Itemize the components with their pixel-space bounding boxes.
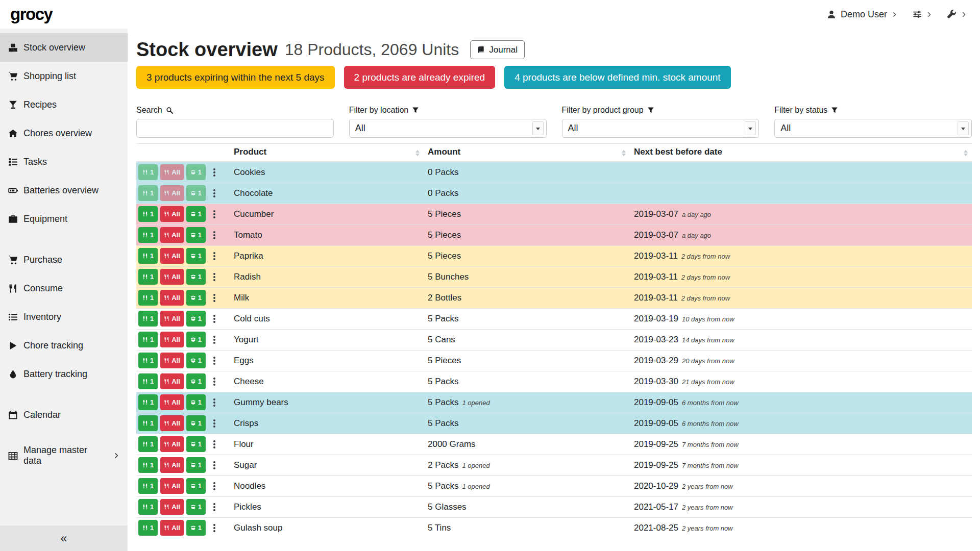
consume-all-button[interactable]: All [160,227,184,243]
consume-all-button[interactable]: All [160,206,184,222]
consume-one-button[interactable]: 1 [138,394,158,410]
row-menu-button[interactable] [210,227,219,243]
row-menu-button[interactable] [210,478,219,494]
consume-one-button[interactable]: 1 [138,373,158,389]
consume-all-button[interactable]: All [160,290,184,306]
consume-all-button[interactable]: All [160,248,184,264]
consume-all-button[interactable]: All [160,436,184,452]
open-one-button[interactable]: 1 [186,373,206,389]
sidebar-item-battery-tracking[interactable]: Battery tracking [0,360,128,388]
open-one-button[interactable]: 1 [186,206,206,222]
below-min-stock-alert[interactable]: 4 products are below defined min. stock … [504,66,730,89]
consume-all-button[interactable]: All [160,332,184,347]
consume-one-button[interactable]: 1 [138,520,158,536]
row-menu-button[interactable] [210,248,219,264]
row-menu-button[interactable] [210,499,219,515]
app-logo[interactable]: grocy [10,5,52,24]
sidebar-item-stock-overview[interactable]: Stock overview [0,33,128,62]
row-menu-button[interactable] [210,269,219,285]
row-menu-button[interactable] [210,394,219,410]
consume-one-button[interactable]: 1 [138,164,158,180]
sidebar-item-manage-master-data[interactable]: Manage master data [0,441,128,470]
open-one-button[interactable]: 1 [186,164,206,180]
row-menu-button[interactable] [210,311,219,327]
row-menu-button[interactable] [210,332,219,347]
consume-all-button[interactable]: All [160,185,184,201]
consume-one-button[interactable]: 1 [138,290,158,306]
consume-one-button[interactable]: 1 [138,311,158,327]
row-menu-button[interactable] [210,353,219,368]
sidebar-item-chore-tracking[interactable]: Chore tracking [0,331,128,360]
consume-one-button[interactable]: 1 [138,436,158,452]
sidebar-item-batteries-overview[interactable]: Batteries overview [0,176,128,205]
search-input[interactable] [136,119,334,138]
consume-one-button[interactable]: 1 [138,499,158,515]
open-one-button[interactable]: 1 [186,290,206,306]
consume-one-button[interactable]: 1 [138,227,158,243]
row-menu-button[interactable] [210,520,219,536]
settings-menu[interactable] [913,10,932,19]
row-menu-button[interactable] [210,185,219,201]
row-menu-button[interactable] [210,373,219,389]
open-one-button[interactable]: 1 [186,415,206,431]
consume-all-button[interactable]: All [160,353,184,368]
row-menu-button[interactable] [210,436,219,452]
consume-one-button[interactable]: 1 [138,269,158,285]
open-one-button[interactable]: 1 [186,353,206,368]
column-header-amount[interactable]: Amount [424,144,630,162]
open-one-button[interactable]: 1 [186,436,206,452]
consume-one-button[interactable]: 1 [138,353,158,368]
expired-products-alert[interactable]: 2 products are already expired [344,66,496,89]
sidebar-item-calendar[interactable]: Calendar [0,400,128,429]
consume-one-button[interactable]: 1 [138,415,158,431]
open-one-button[interactable]: 1 [186,394,206,410]
expiring-products-alert[interactable]: 3 products expiring within the next 5 da… [136,66,335,89]
column-header-product[interactable]: Product [230,144,424,162]
sidebar-item-tasks[interactable]: Tasks [0,147,128,176]
open-one-button[interactable]: 1 [186,227,206,243]
consume-all-button[interactable]: All [160,269,184,285]
product-group-select[interactable]: All [562,119,760,138]
open-one-button[interactable]: 1 [186,248,206,264]
open-one-button[interactable]: 1 [186,520,206,536]
consume-one-button[interactable]: 1 [138,478,158,494]
row-menu-button[interactable] [210,415,219,431]
open-one-button[interactable]: 1 [186,185,206,201]
journal-button[interactable]: Journal [470,40,525,59]
column-header-best-before-date[interactable]: Next best before date [630,144,972,162]
consume-all-button[interactable]: All [160,478,184,494]
consume-one-button[interactable]: 1 [138,185,158,201]
row-menu-button[interactable] [210,164,219,180]
open-one-button[interactable]: 1 [186,499,206,515]
open-one-button[interactable]: 1 [186,457,206,473]
sidebar-item-inventory[interactable]: Inventory [0,303,128,331]
open-one-button[interactable]: 1 [186,311,206,327]
consume-one-button[interactable]: 1 [138,248,158,264]
sidebar-item-chores-overview[interactable]: Chores overview [0,119,128,147]
user-menu[interactable]: Demo User [827,9,897,20]
sidebar-item-consume[interactable]: Consume [0,274,128,303]
open-one-button[interactable]: 1 [186,478,206,494]
consume-all-button[interactable]: All [160,394,184,410]
consume-all-button[interactable]: All [160,457,184,473]
status-select[interactable]: All [774,119,972,138]
open-one-button[interactable]: 1 [186,332,206,347]
consume-one-button[interactable]: 1 [138,332,158,347]
consume-all-button[interactable]: All [160,311,184,327]
consume-all-button[interactable]: All [160,373,184,389]
sidebar-item-purchase[interactable]: Purchase [0,245,128,274]
sidebar-collapse-button[interactable]: « [0,525,128,551]
sidebar-item-equipment[interactable]: Equipment [0,205,128,233]
consume-all-button[interactable]: All [160,164,184,180]
sidebar-item-recipes[interactable]: Recipes [0,90,128,119]
open-one-button[interactable]: 1 [186,269,206,285]
row-menu-button[interactable] [210,206,219,222]
consume-all-button[interactable]: All [160,520,184,536]
sidebar-item-shopping-list[interactable]: Shopping list [0,62,128,90]
row-menu-button[interactable] [210,290,219,306]
row-menu-button[interactable] [210,457,219,473]
location-select[interactable]: All [349,119,547,138]
consume-all-button[interactable]: All [160,415,184,431]
admin-menu[interactable] [947,10,967,19]
consume-one-button[interactable]: 1 [138,457,158,473]
